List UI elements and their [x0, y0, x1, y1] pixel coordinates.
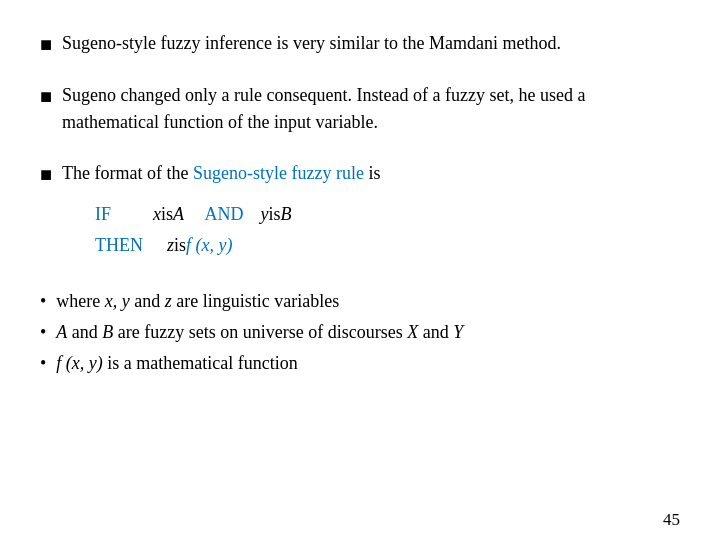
list-item: • where x, y and z are linguistic variab… [40, 288, 680, 315]
bullet1-text: Sugeno-style fuzzy inference is very sim… [62, 30, 680, 57]
rule-set-a: A [173, 200, 184, 229]
rule-var-z: z [167, 231, 174, 260]
rule-is3: is [174, 231, 186, 260]
var-z: z [165, 291, 172, 311]
bullet-dot-2: • [40, 319, 46, 346]
rule-block: IF x is A AND y is B THEN z is f (x, y) [95, 200, 680, 260]
list-item: ■ Sugeno changed only a rule consequent.… [40, 82, 680, 136]
main-content: ■ Sugeno-style fuzzy inference is very s… [0, 0, 720, 505]
if-keyword: IF [95, 200, 153, 229]
rule-line-2: THEN z is f (x, y) [95, 231, 680, 260]
var-Y: Y [453, 322, 463, 342]
list-item: • A and B are fuzzy sets on universe of … [40, 319, 680, 346]
page-number: 45 [0, 505, 720, 540]
bullet3-suffix: is [364, 163, 381, 183]
rule-func-italic: f (x, y) [186, 235, 232, 255]
page-number-value: 45 [663, 510, 680, 529]
var-a: A [56, 322, 67, 342]
bottom-bullet3-text: f (x, y) is a mathematical function [56, 350, 680, 377]
bullet-marker: ■ [40, 160, 52, 188]
bullet-dot-1: • [40, 288, 46, 315]
rule-set-b: B [281, 200, 292, 229]
rule-var-x: x [153, 200, 161, 229]
var-xy: x, y [105, 291, 130, 311]
var-fxy: f (x, y) [56, 353, 102, 373]
then-keyword: THEN [95, 231, 167, 260]
bottom-bullet2-text: A and B are fuzzy sets on universe of di… [56, 319, 680, 346]
rule-line-1: IF x is A AND y is B [95, 200, 680, 229]
bullet3-text: The format of the Sugeno-style fuzzy rul… [62, 160, 680, 187]
bullet3-prefix: The format of the [62, 163, 193, 183]
bottom-bullet-section: • where x, y and z are linguistic variab… [40, 288, 680, 377]
and-keyword: AND [192, 200, 244, 229]
rule-func: f (x, y) [186, 231, 232, 260]
list-item: ■ The format of the Sugeno-style fuzzy r… [40, 160, 680, 188]
bullet3-blue: Sugeno-style fuzzy rule [193, 163, 364, 183]
bullet-marker: ■ [40, 30, 52, 58]
rule-is1: is [161, 200, 173, 229]
rule-var-y: y [261, 200, 269, 229]
rule-is2: is [269, 200, 281, 229]
bullet-section: ■ Sugeno-style fuzzy inference is very s… [40, 30, 680, 188]
bullet-dot-3: • [40, 350, 46, 377]
list-item: • f (x, y) is a mathematical function [40, 350, 680, 377]
var-b: B [102, 322, 113, 342]
bullet2-text: Sugeno changed only a rule consequent. I… [62, 82, 680, 136]
list-item: ■ Sugeno-style fuzzy inference is very s… [40, 30, 680, 58]
bottom-bullet1-text: where x, y and z are linguistic variable… [56, 288, 680, 315]
var-X: X [407, 322, 418, 342]
bullet-marker: ■ [40, 82, 52, 110]
rule-space [252, 200, 261, 229]
